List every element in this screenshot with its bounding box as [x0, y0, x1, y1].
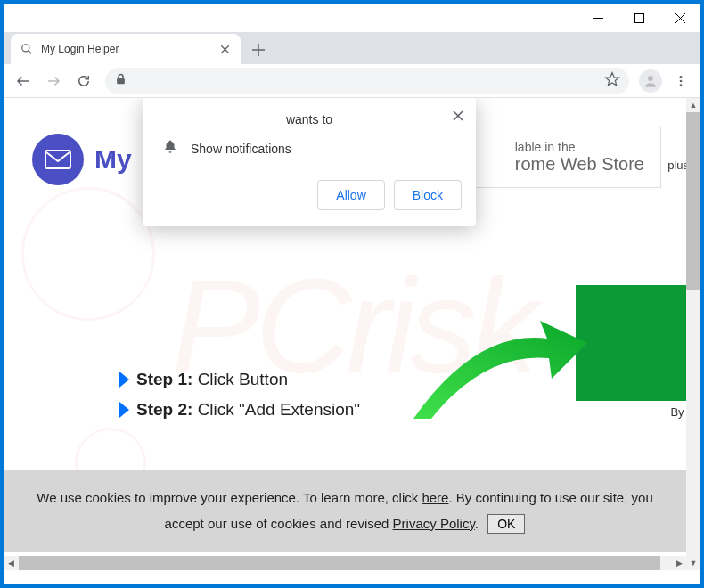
maximize-icon: [634, 13, 644, 23]
search-icon: [20, 42, 34, 56]
step-item: Step 2: Click "Add Extension": [119, 400, 360, 420]
cookie-text: .: [475, 516, 479, 531]
svg-point-6: [680, 76, 683, 78]
close-icon: [221, 45, 229, 53]
window-minimize-button[interactable]: [577, 4, 618, 32]
step-text: Click "Add Extension": [192, 400, 360, 419]
step-item: Step 1: Click Button: [119, 370, 360, 389]
tab-strip: My Login Helper: [4, 32, 700, 64]
steps-list: Step 1: Click Button Step 2: Click "Add …: [119, 370, 360, 430]
envelope-icon: [32, 134, 84, 185]
notification-permission-dialog: wants to Show notifications Allow Block: [143, 98, 476, 226]
avatar-icon: [639, 69, 662, 93]
svg-line-3: [29, 51, 32, 54]
store-badge-line2: rome Web Store: [515, 154, 644, 175]
step-text: Click Button: [192, 370, 288, 388]
tab-close-button[interactable]: [217, 42, 232, 56]
allow-button[interactable]: Allow: [317, 180, 384, 210]
block-button[interactable]: Block: [394, 180, 462, 210]
star-icon: [604, 71, 620, 87]
cookie-here-link[interactable]: here: [422, 490, 448, 505]
svg-rect-9: [45, 151, 70, 168]
cookie-consent-banner: We use cookies to improve your experienc…: [4, 470, 686, 552]
bell-icon: [162, 139, 178, 159]
svg-point-2: [22, 45, 29, 52]
dialog-close-button[interactable]: [453, 109, 463, 124]
page-content: ▲ ▼ PCrisk My lable in the rome Web Stor…: [4, 98, 700, 570]
pointing-arrow-icon: [405, 303, 592, 428]
cookie-ok-button[interactable]: OK: [487, 514, 525, 534]
profile-button[interactable]: [636, 67, 665, 95]
lock-icon: [114, 72, 127, 89]
logo-text: My: [94, 144, 132, 175]
svg-rect-0: [593, 18, 603, 19]
more-vertical-icon: [674, 74, 688, 88]
window-titlebar: [4, 4, 700, 32]
minimize-icon: [593, 18, 603, 19]
window-maximize-button[interactable]: [618, 4, 659, 32]
horizontal-scrollbar[interactable]: ◀ ▶: [4, 556, 686, 570]
bookmark-star-button[interactable]: [604, 71, 620, 91]
forward-button[interactable]: [39, 67, 68, 95]
close-icon: [675, 13, 685, 23]
step-label: Step 1:: [136, 370, 192, 388]
close-icon: [453, 110, 463, 121]
scroll-up-arrow-icon[interactable]: ▲: [686, 98, 700, 112]
cookie-text: We use cookies to improve your experienc…: [37, 490, 422, 505]
browser-tab[interactable]: My Login Helper: [11, 34, 241, 64]
svg-point-8: [680, 84, 683, 86]
cta-box[interactable]: [576, 285, 700, 401]
chrome-web-store-badge[interactable]: lable in the rome Web Store: [470, 127, 661, 188]
tab-title: My Login Helper: [41, 43, 210, 55]
browser-window: My Login Helper: [4, 4, 700, 584]
arrow-left-icon: [15, 73, 31, 89]
browser-toolbar: [4, 64, 700, 98]
back-button[interactable]: [9, 67, 37, 95]
scroll-thumb[interactable]: [19, 556, 660, 570]
reload-icon: [76, 73, 92, 89]
scroll-down-arrow-icon[interactable]: ▼: [686, 556, 700, 570]
window-close-button[interactable]: [659, 4, 700, 32]
store-badge-line1: lable in the: [515, 140, 644, 154]
plus-icon: [252, 44, 265, 56]
watermark-decor: [21, 187, 155, 321]
scroll-right-arrow-icon[interactable]: ▶: [672, 556, 686, 570]
menu-button[interactable]: [667, 67, 695, 95]
svg-rect-4: [117, 78, 125, 84]
svg-point-7: [680, 79, 683, 82]
step-label: Step 2:: [136, 400, 192, 419]
svg-point-5: [648, 76, 653, 81]
vertical-scrollbar[interactable]: ▲ ▼: [686, 98, 700, 570]
scroll-thumb[interactable]: [686, 112, 700, 290]
dialog-header: wants to: [157, 112, 462, 127]
new-tab-button[interactable]: [246, 37, 271, 62]
arrow-right-icon: [45, 73, 61, 89]
scroll-left-arrow-icon[interactable]: ◀: [4, 556, 18, 570]
reload-button[interactable]: [70, 67, 98, 95]
svg-rect-1: [634, 13, 643, 22]
dialog-message: Show notifications: [191, 142, 291, 156]
bullet-arrow-icon: [119, 372, 129, 388]
address-bar[interactable]: [105, 68, 629, 94]
bullet-arrow-icon: [119, 402, 129, 418]
privacy-policy-link[interactable]: Privacy Policy: [393, 516, 475, 531]
site-logo: My: [32, 134, 132, 185]
